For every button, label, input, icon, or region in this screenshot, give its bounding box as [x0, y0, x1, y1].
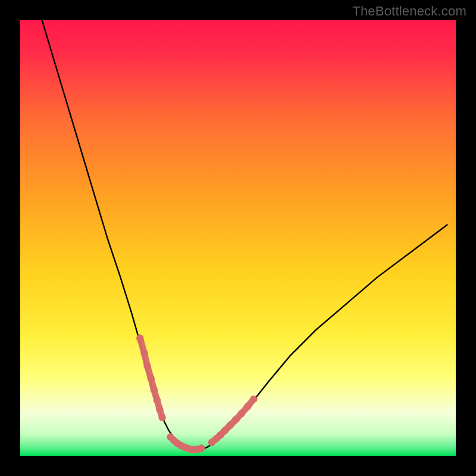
highlight-cluster-right-dot	[244, 403, 251, 410]
highlight-cluster-left-dot	[151, 386, 158, 393]
highlight-cluster-left-dot	[136, 334, 143, 342]
chart-frame: TheBottleneck.com	[0, 0, 476, 476]
highlight-cluster-right-dot	[238, 410, 245, 417]
highlight-cluster-left-dot	[158, 414, 165, 421]
plot-area	[20, 20, 456, 456]
highlight-cluster-right-dot	[227, 422, 234, 429]
highlight-cluster-left-dot	[147, 375, 154, 382]
highlight-cluster-left-dot	[154, 396, 161, 403]
highlight-cluster-left-dot	[156, 405, 163, 412]
gradient-background	[20, 20, 456, 456]
highlight-cluster-right-dot	[221, 427, 228, 434]
highlight-cluster-right-dot	[232, 416, 239, 423]
highlight-cluster-right-dot	[250, 396, 257, 403]
attribution-text: TheBottleneck.com	[352, 4, 466, 19]
highlight-cluster-left-dot	[140, 350, 148, 357]
highlight-cluster-valley-dot	[198, 444, 205, 452]
highlight-cluster-left-dot	[144, 363, 151, 370]
bottleneck-chart	[20, 20, 456, 456]
